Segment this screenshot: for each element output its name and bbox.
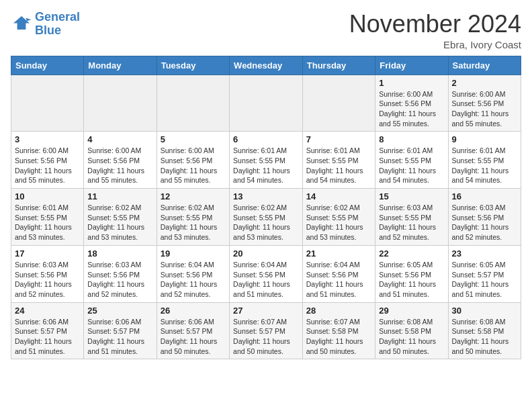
calendar-cell: 11Sunrise: 6:02 AM Sunset: 5:55 PM Dayli… bbox=[84, 189, 157, 246]
calendar-cell: 28Sunrise: 6:07 AM Sunset: 5:58 PM Dayli… bbox=[302, 302, 375, 359]
calendar-cell: 14Sunrise: 6:02 AM Sunset: 5:55 PM Dayli… bbox=[302, 189, 375, 246]
day-number: 29 bbox=[379, 306, 444, 316]
day-number: 20 bbox=[233, 248, 299, 259]
calendar-cell: 15Sunrise: 6:03 AM Sunset: 5:55 PM Dayli… bbox=[375, 189, 448, 246]
day-info: Sunrise: 6:02 AM Sunset: 5:55 PM Dayligh… bbox=[306, 203, 371, 242]
day-info: Sunrise: 6:07 AM Sunset: 5:57 PM Dayligh… bbox=[233, 317, 299, 357]
title-block: November 2024 Ebra, Ivory Coast bbox=[349, 11, 521, 50]
calendar-cell bbox=[84, 75, 157, 132]
day-number: 5 bbox=[161, 134, 226, 144]
day-info: Sunrise: 6:05 AM Sunset: 5:57 PM Dayligh… bbox=[452, 260, 518, 300]
calendar-cell: 18Sunrise: 6:03 AM Sunset: 5:56 PM Dayli… bbox=[84, 245, 157, 302]
day-info: Sunrise: 6:00 AM Sunset: 5:56 PM Dayligh… bbox=[161, 146, 226, 185]
calendar-cell: 3Sunrise: 6:00 AM Sunset: 5:56 PM Daylig… bbox=[11, 132, 84, 189]
day-info: Sunrise: 6:04 AM Sunset: 5:56 PM Dayligh… bbox=[161, 260, 226, 300]
day-info: Sunrise: 6:02 AM Sunset: 5:55 PM Dayligh… bbox=[233, 203, 299, 242]
calendar-cell: 5Sunrise: 6:00 AM Sunset: 5:56 PM Daylig… bbox=[157, 132, 229, 189]
day-info: Sunrise: 6:00 AM Sunset: 5:56 PM Dayligh… bbox=[379, 89, 444, 129]
calendar-cell: 22Sunrise: 6:05 AM Sunset: 5:56 PM Dayli… bbox=[375, 245, 448, 302]
day-info: Sunrise: 6:06 AM Sunset: 5:57 PM Dayligh… bbox=[15, 317, 80, 357]
calendar-cell: 4Sunrise: 6:00 AM Sunset: 5:56 PM Daylig… bbox=[84, 132, 157, 189]
calendar-cell: 23Sunrise: 6:05 AM Sunset: 5:57 PM Dayli… bbox=[448, 245, 521, 302]
day-number: 4 bbox=[87, 134, 152, 144]
svg-marker-1 bbox=[26, 17, 31, 21]
page-header: General Blue November 2024 Ebra, Ivory C… bbox=[11, 11, 521, 50]
calendar-table: SundayMondayTuesdayWednesdayThursdayFrid… bbox=[11, 56, 521, 360]
logo: General Blue bbox=[11, 11, 80, 38]
day-info: Sunrise: 6:03 AM Sunset: 5:56 PM Dayligh… bbox=[15, 260, 80, 300]
calendar-cell: 19Sunrise: 6:04 AM Sunset: 5:56 PM Dayli… bbox=[157, 245, 229, 302]
calendar-cell: 29Sunrise: 6:08 AM Sunset: 5:58 PM Dayli… bbox=[375, 302, 448, 359]
calendar-cell: 10Sunrise: 6:01 AM Sunset: 5:55 PM Dayli… bbox=[11, 189, 84, 246]
day-info: Sunrise: 6:02 AM Sunset: 5:55 PM Dayligh… bbox=[161, 203, 226, 242]
day-info: Sunrise: 6:06 AM Sunset: 5:57 PM Dayligh… bbox=[161, 317, 226, 357]
calendar-body: 1Sunrise: 6:00 AM Sunset: 5:56 PM Daylig… bbox=[11, 75, 521, 359]
calendar-cell: 20Sunrise: 6:04 AM Sunset: 5:56 PM Dayli… bbox=[230, 245, 303, 302]
day-info: Sunrise: 6:05 AM Sunset: 5:56 PM Dayligh… bbox=[379, 260, 444, 300]
day-number: 12 bbox=[161, 191, 226, 201]
day-number: 6 bbox=[233, 134, 299, 144]
day-number: 22 bbox=[379, 248, 444, 259]
weekday-header-sunday: Sunday bbox=[11, 56, 84, 75]
day-number: 10 bbox=[15, 191, 80, 201]
day-number: 3 bbox=[15, 134, 80, 144]
calendar-week-3: 10Sunrise: 6:01 AM Sunset: 5:55 PM Dayli… bbox=[11, 189, 521, 246]
calendar-week-2: 3Sunrise: 6:00 AM Sunset: 5:56 PM Daylig… bbox=[11, 132, 521, 189]
logo-line1: General bbox=[35, 10, 80, 24]
calendar-cell: 25Sunrise: 6:06 AM Sunset: 5:57 PM Dayli… bbox=[84, 302, 157, 359]
calendar-cell bbox=[11, 75, 84, 132]
calendar-cell: 30Sunrise: 6:08 AM Sunset: 5:58 PM Dayli… bbox=[448, 302, 521, 359]
day-number: 15 bbox=[379, 191, 444, 201]
day-number: 23 bbox=[452, 248, 518, 259]
calendar-cell: 16Sunrise: 6:03 AM Sunset: 5:56 PM Dayli… bbox=[448, 189, 521, 246]
day-number: 1 bbox=[379, 78, 444, 88]
day-number: 30 bbox=[452, 306, 518, 316]
calendar-cell bbox=[157, 75, 229, 132]
calendar-cell: 21Sunrise: 6:04 AM Sunset: 5:56 PM Dayli… bbox=[302, 245, 375, 302]
day-info: Sunrise: 6:02 AM Sunset: 5:55 PM Dayligh… bbox=[87, 203, 152, 242]
day-info: Sunrise: 6:04 AM Sunset: 5:56 PM Dayligh… bbox=[233, 260, 299, 300]
day-number: 8 bbox=[379, 134, 444, 144]
calendar-cell: 2Sunrise: 6:00 AM Sunset: 5:56 PM Daylig… bbox=[448, 75, 521, 132]
day-info: Sunrise: 6:07 AM Sunset: 5:58 PM Dayligh… bbox=[306, 317, 371, 357]
day-info: Sunrise: 6:08 AM Sunset: 5:58 PM Dayligh… bbox=[379, 317, 444, 357]
day-info: Sunrise: 6:01 AM Sunset: 5:55 PM Dayligh… bbox=[452, 146, 518, 185]
day-number: 18 bbox=[87, 248, 152, 259]
day-info: Sunrise: 6:03 AM Sunset: 5:56 PM Dayligh… bbox=[452, 203, 518, 242]
weekday-header-monday: Monday bbox=[84, 56, 157, 75]
day-info: Sunrise: 6:03 AM Sunset: 5:56 PM Dayligh… bbox=[87, 260, 152, 300]
weekday-header-thursday: Thursday bbox=[302, 56, 375, 75]
day-info: Sunrise: 6:01 AM Sunset: 5:55 PM Dayligh… bbox=[233, 146, 299, 185]
day-number: 2 bbox=[452, 78, 518, 88]
day-info: Sunrise: 6:00 AM Sunset: 5:56 PM Dayligh… bbox=[87, 146, 152, 185]
logo-line2: Blue bbox=[35, 24, 61, 37]
weekday-header-wednesday: Wednesday bbox=[230, 56, 303, 75]
calendar-cell: 1Sunrise: 6:00 AM Sunset: 5:56 PM Daylig… bbox=[375, 75, 448, 132]
day-number: 25 bbox=[87, 306, 152, 316]
day-info: Sunrise: 6:01 AM Sunset: 5:55 PM Dayligh… bbox=[15, 203, 80, 242]
calendar-cell: 12Sunrise: 6:02 AM Sunset: 5:55 PM Dayli… bbox=[157, 189, 229, 246]
calendar-cell: 9Sunrise: 6:01 AM Sunset: 5:55 PM Daylig… bbox=[448, 132, 521, 189]
day-info: Sunrise: 6:04 AM Sunset: 5:56 PM Dayligh… bbox=[306, 260, 371, 300]
day-number: 11 bbox=[87, 191, 152, 201]
calendar-cell bbox=[230, 75, 303, 132]
calendar-week-4: 17Sunrise: 6:03 AM Sunset: 5:56 PM Dayli… bbox=[11, 245, 521, 302]
day-number: 24 bbox=[15, 306, 80, 316]
day-number: 26 bbox=[161, 306, 226, 316]
calendar-cell bbox=[302, 75, 375, 132]
calendar-cell: 17Sunrise: 6:03 AM Sunset: 5:56 PM Dayli… bbox=[11, 245, 84, 302]
day-number: 14 bbox=[306, 191, 371, 201]
calendar-cell: 26Sunrise: 6:06 AM Sunset: 5:57 PM Dayli… bbox=[157, 302, 229, 359]
location: Ebra, Ivory Coast bbox=[349, 39, 521, 50]
weekday-header-friday: Friday bbox=[375, 56, 448, 75]
calendar-cell: 24Sunrise: 6:06 AM Sunset: 5:57 PM Dayli… bbox=[11, 302, 84, 359]
day-number: 17 bbox=[15, 248, 80, 259]
calendar-cell: 27Sunrise: 6:07 AM Sunset: 5:57 PM Dayli… bbox=[230, 302, 303, 359]
logo-text: General Blue bbox=[35, 11, 80, 38]
day-number: 28 bbox=[306, 306, 371, 316]
day-number: 13 bbox=[233, 191, 299, 201]
calendar-week-1: 1Sunrise: 6:00 AM Sunset: 5:56 PM Daylig… bbox=[11, 75, 521, 132]
day-number: 7 bbox=[306, 134, 371, 144]
month-title: November 2024 bbox=[349, 11, 521, 38]
day-number: 19 bbox=[161, 248, 226, 259]
